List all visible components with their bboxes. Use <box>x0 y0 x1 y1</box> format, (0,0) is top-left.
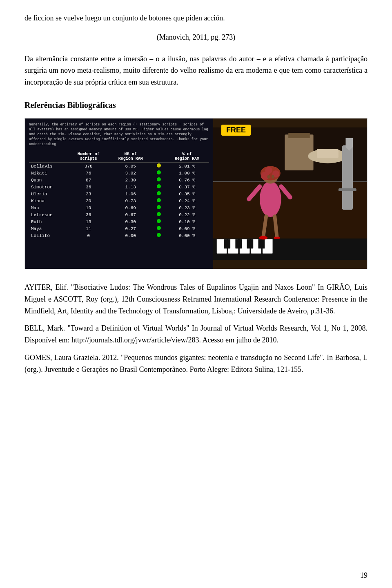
scripts-table: Number ofscripts MB ofRegion RAM % ofReg… <box>29 151 209 239</box>
svg-line-28 <box>275 216 277 237</box>
row-pct: 0.24 % <box>165 197 209 204</box>
figure-right-panel: FREE <box>213 118 367 269</box>
row-pct: 0.35 % <box>165 190 209 197</box>
svg-point-29 <box>259 236 267 239</box>
row-dot <box>153 190 165 197</box>
table-row: Bellavis 378 6.05 2.01 % <box>29 163 209 170</box>
row-pct: 0.37 % <box>165 183 209 190</box>
row-scripts: 76 <box>69 170 109 177</box>
table-row: Mac 19 0.69 0.23 % <box>29 204 209 211</box>
row-dot <box>153 232 165 239</box>
svg-rect-1 <box>285 134 313 170</box>
row-mb: 1.06 <box>109 190 153 197</box>
row-name: Uleria <box>29 190 69 197</box>
table-row: Mikati 76 3.02 1.00 % <box>29 170 209 177</box>
row-dot <box>153 170 165 177</box>
row-pct: 0.22 % <box>165 211 209 218</box>
row-name: Maya <box>29 225 69 232</box>
svg-rect-30 <box>274 237 280 239</box>
row-scripts: 23 <box>69 190 109 197</box>
table-row: Kiana 20 0.73 0.24 % <box>29 197 209 204</box>
row-scripts: 20 <box>69 197 109 204</box>
notice-text: Generally, the entirety of scripts on ea… <box>29 123 209 147</box>
row-scripts: 36 <box>69 183 109 190</box>
main-paragraph: Da alternância constante entre a imersão… <box>24 53 368 88</box>
svg-rect-14 <box>235 239 242 248</box>
table-row: Quan 87 2.30 0.76 % <box>29 177 209 183</box>
row-mb: 2.30 <box>109 177 153 183</box>
row-mb: 0.00 <box>109 232 153 239</box>
row-name: Ruth <box>29 218 69 225</box>
ref1-title: "Bisociative Ludos: The Wondrous Tales o… <box>71 283 315 291</box>
col-name <box>29 151 69 163</box>
row-pct: 0.76 % <box>165 177 209 183</box>
row-mb: 1.13 <box>109 183 153 190</box>
row-pct: 2.01 % <box>165 163 209 170</box>
ref-gomes: GOMES, Laura Graziela. 2012. "Pequenos m… <box>24 352 368 376</box>
row-name: Mikati <box>29 170 69 177</box>
col-scripts: Number ofscripts <box>69 151 109 163</box>
svg-point-23 <box>267 175 270 179</box>
row-mb: 0.67 <box>109 211 153 218</box>
row-pct: 0.10 % <box>165 218 209 225</box>
citation-line: (Manovich, 2011, pg. 273) <box>24 31 368 43</box>
figure-image: Generally, the entirety of scripts on ea… <box>24 118 368 269</box>
row-name: Kiana <box>29 197 69 204</box>
free-badge: FREE <box>221 125 251 136</box>
row-scripts: 0 <box>69 232 109 239</box>
row-name: Simotron <box>29 183 69 190</box>
row-mb: 6.05 <box>109 163 153 170</box>
row-scripts: 13 <box>69 218 109 225</box>
row-dot <box>153 204 165 211</box>
table-row: Lollito 0 0.00 0.00 % <box>29 232 209 239</box>
page-number: 19 <box>360 571 368 580</box>
row-mb: 0.69 <box>109 204 153 211</box>
row-mb: 0.30 <box>109 218 153 225</box>
row-dot <box>153 197 165 204</box>
svg-point-24 <box>272 175 274 179</box>
col-pct-header <box>153 151 165 163</box>
page-container: de ficcion se vuelve luego un conjunto d… <box>0 0 392 588</box>
opening-quote: de ficcion se vuelve luego un conjunto d… <box>24 12 368 24</box>
svg-rect-13 <box>224 239 230 248</box>
svg-rect-4 <box>317 149 339 158</box>
references-heading: Referências Bibliográficas <box>24 101 368 110</box>
svg-point-22 <box>265 167 272 174</box>
row-name: Lollito <box>29 232 69 239</box>
row-scripts: 19 <box>69 204 109 211</box>
ref-bell: BELL, Mark. "Toward a Definition of Virt… <box>24 322 368 346</box>
row-name: Mac <box>29 204 69 211</box>
ref3-author: GOMES, Laura Graziela. 2012. <box>24 353 119 362</box>
row-dot <box>153 177 165 183</box>
row-mb: 0.27 <box>109 225 153 232</box>
row-scripts: 36 <box>69 211 109 218</box>
table-row: Maya 11 0.27 0.09 % <box>29 225 209 232</box>
row-scripts: 87 <box>69 177 109 183</box>
table-row: Uleria 23 1.06 0.35 % <box>29 190 209 197</box>
svg-rect-33 <box>339 188 356 191</box>
row-scripts: 11 <box>69 225 109 232</box>
row-dot <box>153 183 165 190</box>
ref-ayiter: AYITER, Elif. "Bisociative Ludos: The Wo… <box>24 282 368 317</box>
row-mb: 3.02 <box>109 170 153 177</box>
row-pct: 1.00 % <box>165 170 209 177</box>
row-dot <box>153 218 165 225</box>
ref2-author: BELL, Mark. <box>24 324 65 332</box>
figure-left-panel: Generally, the entirety of scripts on ea… <box>25 118 213 269</box>
row-name: Quan <box>29 177 69 183</box>
row-pct: 0.09 % <box>165 225 209 232</box>
row-dot <box>153 211 165 218</box>
row-name: Lefresne <box>29 211 69 218</box>
table-row: Ruth 13 0.30 0.10 % <box>29 218 209 225</box>
row-scripts: 378 <box>69 163 109 170</box>
row-dot <box>153 225 165 232</box>
svg-rect-15 <box>247 239 253 248</box>
svg-point-17 <box>260 181 281 217</box>
table-row: Lefresne 36 0.67 0.22 % <box>29 211 209 218</box>
ref1-author: AYITER, Elif. <box>24 283 68 291</box>
ref3-title: "Pequenos mundos gigantes: neotenia e tr… <box>121 353 325 362</box>
row-dot <box>153 163 165 170</box>
row-pct: 0.00 % <box>165 232 209 239</box>
svg-rect-16 <box>258 239 265 248</box>
row-mb: 0.73 <box>109 197 153 204</box>
